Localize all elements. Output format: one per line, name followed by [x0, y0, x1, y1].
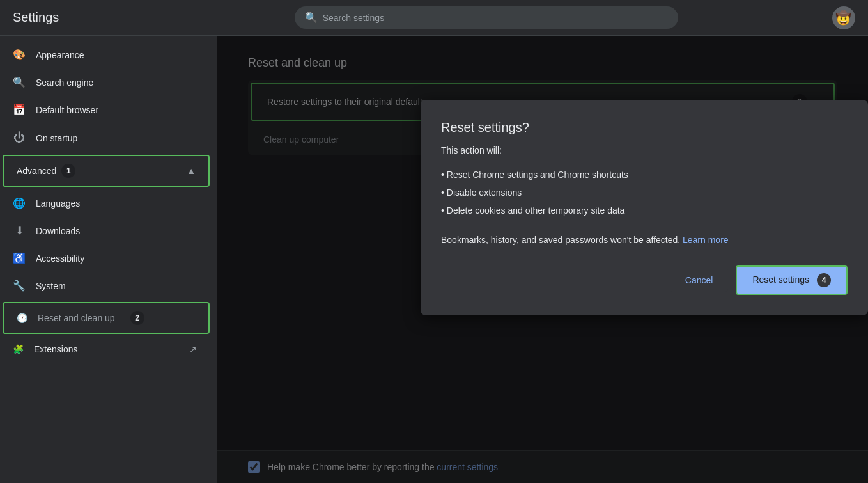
list-item-2: • Disable extensions [441, 184, 848, 202]
main-layout: 🎨 Appearance 🔍 Search engine 📅 Default b… [0, 36, 868, 483]
reset-modal: Reset settings? This action will: • Rese… [421, 100, 868, 315]
reset-icon: 🕐 [17, 313, 27, 323]
appearance-icon: 🎨 [13, 49, 26, 61]
advanced-badge: 1 [61, 164, 75, 178]
sidebar-item-reset-clean[interactable]: 🕐 Reset and clean up 2 [3, 302, 210, 334]
modal-overlay: Reset settings? This action will: • Rese… [217, 36, 868, 483]
header: Settings 🔍 🤠 [0, 0, 868, 36]
avatar[interactable]: 🤠 [832, 6, 855, 29]
learn-more-link[interactable]: Learn more [683, 235, 729, 245]
sidebar-item-accessibility[interactable]: ♿ Accessibility [0, 244, 210, 272]
list-item-3: • Delete cookies and other temporary sit… [441, 202, 848, 219]
sidebar-item-advanced[interactable]: Advanced 1 ▲ [3, 155, 210, 187]
modal-actions: Cancel Reset settings 4 [441, 265, 848, 295]
sidebar-item-label: On startup [36, 133, 77, 143]
sidebar-item-on-startup[interactable]: ⏻ On startup [0, 123, 210, 152]
search-icon: 🔍 [305, 12, 318, 24]
modal-title: Reset settings? [441, 120, 848, 135]
search-engine-icon: 🔍 [13, 76, 26, 88]
list-item-1: • Reset Chrome settings and Chrome short… [441, 166, 848, 184]
extensions-icon: 🧩 [13, 344, 24, 354]
system-icon: 🔧 [13, 280, 26, 292]
sidebar: 🎨 Appearance 🔍 Search engine 📅 Default b… [0, 36, 217, 483]
sidebar-item-label: Reset and clean up [38, 313, 115, 323]
sidebar-item-languages[interactable]: 🌐 Languages [0, 189, 210, 217]
modal-note: Bookmarks, history, and saved passwords … [441, 235, 848, 245]
sidebar-item-downloads[interactable]: ⬇ Downloads [0, 217, 210, 244]
external-link-icon: ↗ [189, 344, 197, 354]
search-input[interactable] [323, 13, 668, 23]
sidebar-item-label: Default browser [36, 105, 98, 115]
sidebar-item-label: Languages [36, 198, 80, 209]
modal-list: • Reset Chrome settings and Chrome short… [441, 166, 848, 219]
downloads-icon: ⬇ [13, 225, 26, 237]
chevron-up-icon: ▲ [187, 166, 196, 176]
sidebar-item-label: Search engine [36, 77, 93, 88]
reset-badge-4: 4 [817, 273, 831, 287]
cancel-button[interactable]: Cancel [670, 269, 729, 292]
on-startup-icon: ⏻ [13, 131, 26, 145]
settings-title: Settings [13, 10, 217, 25]
languages-icon: 🌐 [13, 197, 26, 209]
sidebar-item-label: Downloads [36, 226, 80, 236]
modal-subtitle: This action will: [441, 145, 848, 155]
sidebar-item-label: Appearance [36, 50, 84, 60]
sidebar-item-search-engine[interactable]: 🔍 Search engine [0, 68, 210, 96]
default-browser-icon: 📅 [13, 104, 26, 116]
sidebar-item-appearance[interactable]: 🎨 Appearance [0, 41, 210, 68]
sidebar-item-label: System [36, 281, 66, 291]
advanced-label: Advanced [17, 166, 56, 176]
sidebar-item-label: Extensions [34, 344, 77, 354]
sidebar-item-default-browser[interactable]: 📅 Default browser [0, 96, 210, 123]
content: Reset and clean up Restore settings to t… [217, 36, 868, 483]
reset-badge: 2 [130, 311, 144, 325]
header-right: 🤠 [832, 6, 855, 29]
accessibility-icon: ♿ [13, 252, 26, 264]
sidebar-item-system[interactable]: 🔧 System [0, 272, 210, 299]
reset-settings-button[interactable]: Reset settings 4 [736, 265, 848, 295]
search-bar[interactable]: 🔍 [295, 6, 678, 29]
sidebar-item-extensions[interactable]: 🧩 Extensions ↗ [0, 337, 210, 362]
sidebar-item-label: Accessibility [36, 253, 84, 264]
